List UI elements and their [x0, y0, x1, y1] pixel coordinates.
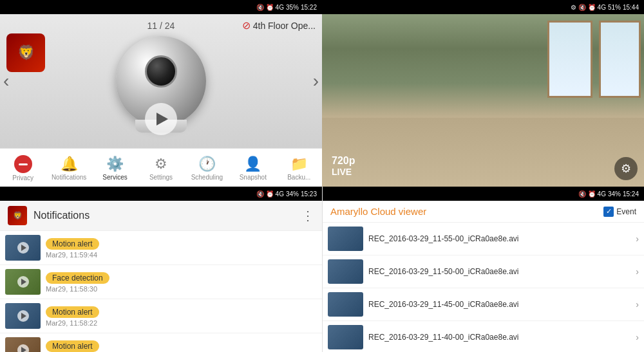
- play-button[interactable]: [145, 103, 177, 135]
- cloud-panel: 🔇 ⏰ 4G 34% 15:24 Amaryllo Cloud viewer ✓…: [322, 187, 644, 352]
- toolbar: Privacy 🔔 Notifications ⚙️ Services ⚙ Se…: [0, 148, 322, 187]
- recording-list: REC_2016-03-29_11-55-00_iCRa0ae8e.avi › …: [323, 223, 644, 352]
- stop-icon: ⊘: [242, 19, 251, 32]
- signal-cloud: 4G: [598, 190, 606, 198]
- signal-notif: 4G: [276, 190, 284, 198]
- time-cloud: 15:24: [623, 190, 639, 198]
- notif-thumb-1: [5, 235, 41, 261]
- camera-counter: 11 / 24: [147, 21, 175, 31]
- time-left: 15:22: [301, 4, 317, 11]
- video-quality: 720p: [332, 155, 355, 167]
- live-feed: 720p LIVE ⚙: [322, 14, 644, 187]
- rec-item-3[interactable]: REC_2016-03-29_11-45-00_iCRa0ae8e.avi ›: [323, 288, 644, 321]
- checkbox-icon: ✓: [603, 207, 614, 217]
- toolbar-item-snapshot[interactable]: 👤 Snapshot: [234, 156, 272, 181]
- status-icons-right: ⚙ 🔇 ⏰ 4G 51% 15:44: [571, 4, 639, 11]
- camera-title: ⊘ 4th Floor Ope...: [242, 19, 316, 32]
- battery-left: 35%: [286, 4, 299, 11]
- live-status: LIVE: [332, 167, 355, 177]
- toolbar-item-privacy[interactable]: Privacy: [4, 155, 43, 181]
- settings-top-icon: ⚙: [571, 4, 576, 11]
- signal-left: 4G: [276, 4, 284, 11]
- alarm-icon-right: ⏰: [588, 4, 596, 11]
- room-floor: [322, 118, 644, 187]
- notif-item-4[interactable]: Motion alert Mar29, 11:57:00: [0, 333, 322, 352]
- notif-thumb-3: [5, 303, 41, 329]
- rec-name-4: REC_2016-03-29_11-40-00_iCRa0ae8e.avi: [368, 333, 630, 342]
- notif-content-1: Motion alert Mar29, 11:59:44: [46, 237, 317, 259]
- rec-item-4[interactable]: REC_2016-03-29_11-40-00_iCRa0ae8e.avi ›: [323, 321, 644, 352]
- room-background: [322, 14, 644, 187]
- thumb-play-1: [17, 242, 29, 254]
- notif-logo: 🦁: [8, 206, 27, 225]
- cloud-header: Amaryllo Cloud viewer ✓ Event: [323, 201, 644, 223]
- cloud-status-icons: 🔇 ⏰ 4G 34% 15:24: [578, 190, 639, 198]
- battery-notif: 34%: [286, 190, 299, 198]
- notifications-label: Notifications: [52, 174, 86, 181]
- settings-icon: ⚙: [155, 156, 167, 172]
- rec-thumb-2: [328, 259, 363, 284]
- app-logo: 🦁: [6, 33, 45, 72]
- scheduling-label: Scheduling: [191, 174, 223, 181]
- rec-arrow-3: ›: [636, 299, 639, 310]
- alarm-icon-cloud: ⏰: [588, 190, 596, 198]
- rec-thumb-3: [328, 292, 363, 317]
- next-camera-button[interactable]: ›: [313, 71, 319, 91]
- event-label: Event: [616, 207, 636, 216]
- notif-thumb-2: [5, 269, 41, 295]
- time-right: 15:44: [623, 4, 639, 11]
- mute-icon-right: 🔇: [578, 4, 586, 11]
- camera-name: 4th Floor Ope...: [253, 21, 316, 31]
- mute-icon-cloud: 🔇: [578, 190, 586, 198]
- notif-item-1[interactable]: Motion alert Mar29, 11:59:44: [0, 231, 322, 265]
- rec-item-2[interactable]: REC_2016-03-29_11-50-00_iCRa0ae8e.avi ›: [323, 255, 644, 288]
- battery-cloud: 34%: [608, 190, 621, 198]
- rec-thumb-4: [328, 325, 363, 349]
- live-settings-button[interactable]: ⚙: [614, 157, 638, 180]
- notif-time-1: Mar29, 11:59:44: [46, 251, 317, 259]
- notif-item-3[interactable]: Motion alert Mar29, 11:58:22: [0, 299, 322, 333]
- window-left: [547, 21, 592, 98]
- status-icons-left: 🔇 ⏰ 4G 35% 15:22: [256, 4, 317, 11]
- scheduling-icon: 🕐: [198, 156, 216, 172]
- backup-icon: 📁: [290, 156, 308, 172]
- toolbar-item-settings[interactable]: ⚙ Settings: [142, 156, 180, 181]
- left-panel: 🔇 ⏰ 4G 35% 15:22 🦁 11 / 24 ⊘ 4th Floor O…: [0, 0, 322, 187]
- notif-status-bar: 🔇 ⏰ 4G 34% 15:23: [0, 187, 322, 201]
- toolbar-item-services[interactable]: ⚙️ Services: [96, 156, 135, 181]
- notif-tag-4: Motion alert: [46, 340, 99, 352]
- play-triangle-icon: [156, 113, 168, 125]
- rec-arrow-2: ›: [636, 266, 639, 277]
- play-tri-icon-3: [21, 313, 26, 319]
- notifications-title: Notifications: [33, 210, 301, 221]
- alarm-icon: ⏰: [266, 4, 274, 11]
- toolbar-item-scheduling[interactable]: 🕐 Scheduling: [187, 156, 226, 181]
- notif-time-3: Mar29, 11:58:22: [46, 319, 317, 327]
- notif-thumb-4: [5, 337, 41, 352]
- snapshot-label: Snapshot: [240, 174, 267, 181]
- toolbar-item-notifications[interactable]: 🔔 Notifications: [50, 156, 88, 181]
- bell-icon: 🔔: [61, 156, 78, 172]
- notif-content-3: Motion alert Mar29, 11:58:22: [46, 306, 317, 327]
- signal-right: 4G: [598, 4, 606, 11]
- battery-right: 51%: [608, 4, 621, 11]
- notif-status-icons: 🔇 ⏰ 4G 34% 15:23: [256, 190, 317, 198]
- notifications-menu-button[interactable]: ⋮: [301, 208, 314, 223]
- mute-icon-notif: 🔇: [256, 190, 264, 198]
- notif-content-4: Motion alert Mar29, 11:57:00: [46, 340, 317, 353]
- mute-icon: 🔇: [256, 4, 264, 11]
- prev-camera-button[interactable]: ‹: [3, 71, 9, 91]
- privacy-icon: [14, 155, 32, 173]
- backup-label: Backu...: [287, 174, 310, 181]
- logo-area: 🦁: [6, 33, 45, 72]
- camera-lens: [145, 55, 177, 88]
- toolbar-item-backup[interactable]: 📁 Backu...: [279, 156, 318, 181]
- rec-item-1[interactable]: REC_2016-03-29_11-55-00_iCRa0ae8e.avi ›: [323, 223, 644, 255]
- logo-icon: 🦁: [17, 44, 35, 61]
- notif-tag-1: Motion alert: [46, 238, 99, 250]
- live-badge: 720p LIVE: [332, 155, 355, 177]
- notif-item-2[interactable]: Face detection Mar29, 11:58:30: [0, 265, 322, 299]
- notif-time-2: Mar29, 11:58:30: [46, 285, 317, 293]
- event-checkbox[interactable]: ✓ Event: [603, 207, 636, 217]
- settings-label: Settings: [149, 174, 173, 181]
